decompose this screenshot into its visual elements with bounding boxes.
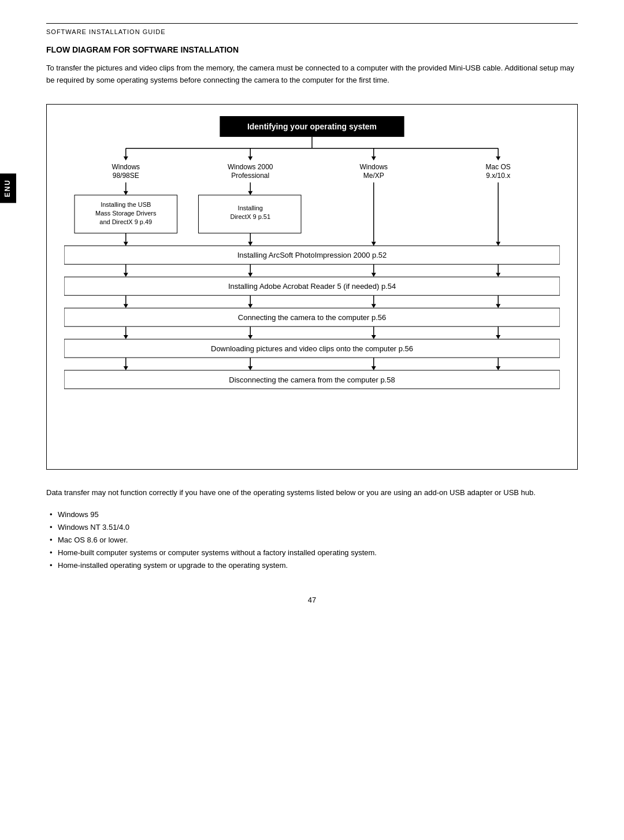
svg-marker-54 [248,304,252,308]
svg-marker-76 [372,366,376,370]
list-item: Windows NT 3.51/4.0 [58,521,578,534]
svg-marker-64 [248,335,252,339]
list-item: Windows 95 [58,508,578,521]
svg-marker-42 [124,273,128,277]
header-label: SOFTWARE INSTALLATION GUIDE [46,28,165,35]
svg-text:Connecting the camera to the c: Connecting the camera to the computer p.… [238,313,386,322]
svg-text:Downloading pictures and video: Downloading pictures and video clips ont… [211,344,413,353]
list-item: Home-installed operating system or upgra… [58,559,578,572]
svg-marker-78 [496,366,500,370]
svg-text:Installing ArcSoft PhotoImpres: Installing ArcSoft PhotoImpression 2000 … [237,251,387,259]
header-line: SOFTWARE INSTALLATION GUIDE [46,23,578,36]
svg-marker-38 [496,241,500,246]
svg-text:Identifying your operating sys: Identifying your operating system [247,122,377,131]
svg-text:DirectX 9 p.51: DirectX 9 p.51 [230,213,270,220]
section-title: FLOW DIAGRAM FOR SOFTWARE INSTALLATION [46,45,578,54]
svg-marker-56 [372,304,376,308]
flow-svg: Identifying your operating system Window… [64,116,560,451]
page-number: 47 [46,596,578,604]
enu-tab: ENU [0,173,16,203]
svg-text:Windows 2000: Windows 2000 [228,162,273,170]
svg-text:Mass Storage Drivers: Mass Storage Drivers [95,209,157,216]
svg-marker-5 [124,156,128,160]
svg-marker-44 [248,273,252,277]
list-item: Mac OS 8.6 or lower. [58,534,578,547]
svg-marker-66 [372,335,376,339]
svg-marker-62 [124,335,128,339]
svg-marker-27 [248,191,252,195]
svg-marker-46 [372,273,376,277]
svg-marker-32 [124,241,128,246]
svg-text:Me/XP: Me/XP [363,171,384,179]
bottom-paragraph: Data transfer may not function correctly… [46,487,578,499]
svg-text:Windows: Windows [112,162,140,170]
svg-marker-9 [248,156,252,160]
svg-marker-17 [496,156,500,160]
svg-text:and DirectX 9 p.49: and DirectX 9 p.49 [99,218,152,225]
flow-diagram: Identifying your operating system Window… [46,104,578,470]
svg-text:Disconnecting the camera from : Disconnecting the camera from the comput… [229,376,395,384]
svg-text:Mac OS: Mac OS [486,162,511,170]
intro-paragraph: To transfer the pictures and video clips… [46,62,578,87]
svg-marker-68 [496,335,500,339]
list-item: Home-built computer systems or computer … [58,547,578,559]
svg-marker-52 [124,304,128,308]
svg-text:Installing: Installing [238,204,263,211]
svg-marker-58 [496,304,500,308]
svg-marker-21 [124,191,128,195]
svg-text:9.x/10.x: 9.x/10.x [486,171,510,179]
svg-text:Windows: Windows [359,162,388,170]
svg-text:Installing Adobe Acrobat Reade: Installing Adobe Acrobat Reader 5 (if ne… [228,282,396,291]
svg-marker-13 [372,156,376,160]
svg-marker-72 [124,366,128,370]
svg-marker-36 [372,241,376,246]
svg-text:98/98SE: 98/98SE [113,171,139,179]
page: ENU SOFTWARE INSTALLATION GUIDE FLOW DIA… [0,0,624,639]
svg-text:Professional: Professional [231,171,269,179]
bullet-list: Windows 95 Windows NT 3.51/4.0 Mac OS 8.… [46,508,578,572]
svg-marker-74 [248,366,252,370]
svg-marker-48 [496,273,500,277]
svg-text:Installing the USB: Installing the USB [101,200,151,207]
svg-marker-34 [248,241,252,246]
